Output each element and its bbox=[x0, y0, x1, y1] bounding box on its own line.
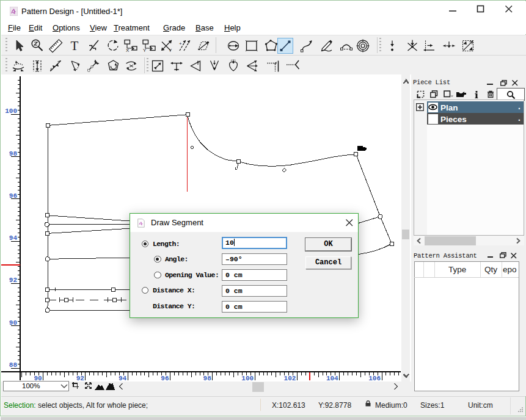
svg-text:X: X bbox=[126, 48, 130, 53]
svg-text:T: T bbox=[71, 38, 79, 53]
svg-text:Y: Y bbox=[143, 48, 147, 53]
svg-text:94: 94 bbox=[119, 375, 127, 382]
svg-text:100: 100 bbox=[241, 375, 254, 382]
svg-text:92: 92 bbox=[9, 277, 17, 284]
svg-text:98: 98 bbox=[203, 375, 212, 382]
svg-text:98: 98 bbox=[9, 150, 18, 158]
svg-text:Y: Y bbox=[169, 48, 172, 53]
svg-text:104: 104 bbox=[326, 375, 338, 382]
svg-text:100: 100 bbox=[5, 107, 17, 115]
svg-text:+: + bbox=[179, 41, 182, 46]
svg-text:96: 96 bbox=[9, 192, 17, 200]
svg-text:102: 102 bbox=[284, 375, 296, 382]
svg-text:96: 96 bbox=[161, 375, 169, 382]
svg-text:106: 106 bbox=[368, 375, 381, 382]
svg-text:94: 94 bbox=[9, 234, 18, 242]
svg-text:92: 92 bbox=[76, 375, 84, 382]
svg-text:90: 90 bbox=[9, 319, 17, 327]
svg-text:88: 88 bbox=[9, 361, 18, 369]
